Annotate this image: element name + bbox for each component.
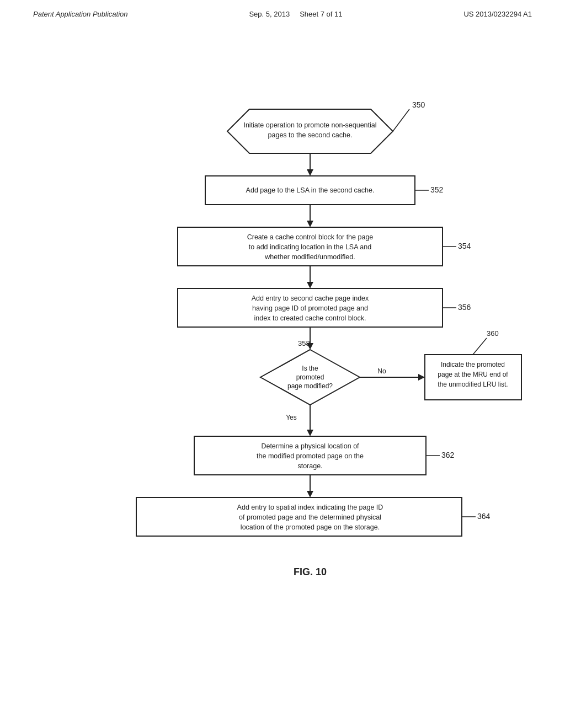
header-date-sheet: Sep. 5, 2013 Sheet 7 of 11	[249, 10, 342, 18]
label-350-line	[393, 109, 409, 131]
arrowhead-352-354	[307, 221, 313, 227]
node-358-text-line1: Is the	[302, 365, 318, 372]
node-362-text-line2: the modified promoted page on the	[257, 452, 364, 460]
node-360-text-line1: Indicate the promoted	[441, 361, 505, 368]
node-364-text-line2: of promoted page and the determined phys…	[239, 513, 381, 521]
node-360-text-line3: the unmodified LRU list.	[438, 381, 508, 388]
header-sheet: Sheet 7 of 11	[300, 10, 342, 18]
header-publication: Patent Application Publication	[33, 10, 128, 18]
arrowhead-358-360	[418, 374, 425, 381]
node-354-text-line3: whether modified/unmodified.	[264, 253, 355, 261]
flowchart-diagram: Initiate operation to promote non-sequen…	[34, 24, 531, 675]
node-364-text-line1: Add entry to spatial index indicating th…	[237, 504, 383, 511]
figure-caption: FIG. 10	[294, 566, 327, 577]
node-364-text-line3: location of the promoted page on the sto…	[241, 523, 380, 531]
node-362-text-line3: storage.	[297, 462, 322, 470]
yes-label: Yes	[286, 414, 297, 421]
node-356-text-line3: index to created cache control block.	[254, 314, 366, 322]
label-350-text: 350	[412, 100, 425, 109]
node-354-text-line2: to add indicating location in the LSA an…	[249, 243, 371, 251]
arrowhead-350-352	[307, 169, 313, 176]
header-patent-number: US 2013/0232294 A1	[463, 10, 532, 18]
node-350-text-line1: Initiate operation to promote non-sequen…	[243, 121, 376, 129]
arrowhead-358-362	[307, 430, 313, 436]
label-360-text: 360	[487, 329, 499, 338]
label-354-text: 354	[458, 242, 471, 250]
page: Patent Application Publication Sep. 5, 2…	[0, 0, 565, 728]
node-354-text-line1: Create a cache control block for the pag…	[247, 233, 374, 241]
node-356-text-line2: having page ID of promoted page and	[252, 304, 368, 312]
label-352-text: 352	[430, 185, 444, 194]
label-362-text: 362	[441, 451, 455, 459]
node-360-text-line2: page at the MRU end of	[438, 371, 508, 378]
label-360-line	[473, 338, 487, 355]
node-358-text-line3: page modified?	[287, 382, 333, 390]
label-356-text: 356	[458, 303, 471, 312]
node-362-text-line1: Determine a physical location of	[261, 442, 359, 450]
label-358-text: 358	[298, 339, 310, 347]
arrowhead-362-364	[307, 491, 313, 497]
header-date: Sep. 5, 2013	[249, 10, 290, 18]
header: Patent Application Publication Sep. 5, 2…	[0, 0, 565, 24]
node-350-text-line2: pages to the second cache.	[268, 131, 353, 139]
arrowhead-354-356	[307, 282, 313, 288]
node-358-text-line2: promoted	[296, 373, 324, 381]
label-364-text: 364	[477, 512, 491, 521]
node-356-text-line1: Add entry to second cache page index	[252, 295, 369, 302]
no-label: No	[377, 367, 386, 375]
node-352-text: Add page to the LSA in the second cache.	[246, 186, 375, 194]
